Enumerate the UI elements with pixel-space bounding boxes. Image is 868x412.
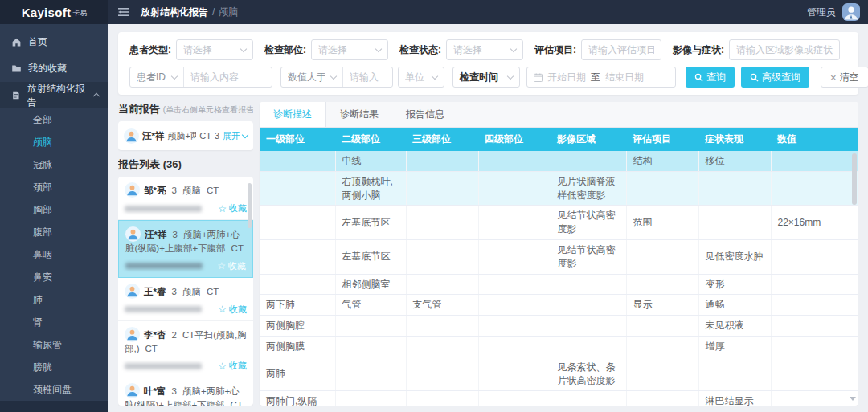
image-symptom-input[interactable]	[736, 44, 833, 55]
exam-parts: CT平扫(颅脑,胸部,)	[125, 330, 247, 353]
sidebar-subitem[interactable]: 冠脉	[0, 153, 108, 176]
user-menu[interactable]: 管理员	[807, 3, 868, 21]
assess-item-input[interactable]	[588, 44, 654, 55]
table-row[interactable]: 相邻侧脑室变形	[260, 274, 858, 295]
report-item-summary: 汪*祥3颅脑+两肺+心脏(纵隔)+上腹部+下腹部CT	[125, 226, 246, 255]
patient-type-select[interactable]: 请选择	[176, 39, 253, 60]
diagnosis-table-wrap: 一级部位二级部位三级部位四级部位影像区域评估项目症状表现数值 中线结构移位右顶颞…	[260, 128, 858, 406]
modality: CT	[231, 243, 244, 253]
sidebar-subitem[interactable]: 胸部	[0, 198, 108, 221]
modality: CT	[207, 287, 219, 296]
content-input[interactable]	[190, 71, 265, 83]
table-row[interactable]: 右顶颞枕叶,两侧小脑见片状脑脊液样低密度影	[260, 171, 858, 206]
sidebar-subitem[interactable]: 鼻窦	[0, 266, 108, 288]
table-row[interactable]: 两肺见条索状、条片状高密度影	[260, 357, 858, 391]
exam-part-select[interactable]: 请选择	[311, 39, 388, 60]
time-field-select[interactable]: 检查时间	[452, 67, 520, 88]
tab-diagnosis-result[interactable]: 诊断结果	[326, 102, 392, 127]
sidebar-subitem[interactable]: 全部	[0, 108, 108, 131]
numeric-compare-select[interactable]: 数值大于	[281, 67, 342, 87]
table-cell	[698, 171, 771, 206]
favorite-button[interactable]: ☆ 收藏	[217, 260, 246, 272]
favorite-label: 收藏	[229, 304, 247, 316]
table-cell	[698, 357, 771, 391]
table-cell	[551, 151, 626, 171]
favorite-button[interactable]: ☆ 收藏	[218, 360, 247, 372]
numeric-input[interactable]	[350, 71, 386, 83]
select-placeholder: 单位	[405, 71, 427, 84]
logo-suffix: 卡易	[72, 8, 87, 18]
current-report-card[interactable]: 汪*祥 颅脑+两肺+心... CT 3 展开	[118, 121, 253, 150]
table-cell	[335, 316, 406, 337]
table-header-row: 一级部位二级部位三级部位四级部位影像区域评估项目症状表现数值	[260, 128, 858, 151]
date-range-picker[interactable]: 开始日期 至 结束日期	[526, 67, 676, 88]
exam-status-select[interactable]: 请选择	[446, 39, 523, 60]
expand-button[interactable]: 展开	[223, 130, 248, 142]
table-cell	[260, 151, 335, 171]
collapse-menu-icon[interactable]	[118, 7, 129, 17]
tab-report-info[interactable]: 报告信息	[392, 102, 458, 127]
patient-avatar-icon	[125, 383, 140, 398]
favorite-button[interactable]: ☆ 收藏	[218, 304, 247, 316]
user-avatar[interactable]	[842, 3, 860, 21]
unit-select[interactable]: 单位	[398, 67, 444, 88]
column-header: 影像区域	[551, 128, 626, 151]
table-cell	[626, 171, 698, 206]
table-scrollbar-thumb[interactable]	[852, 153, 857, 205]
report-list-item[interactable]: 汪*祥3颅脑+两肺+心脏(纵隔)+上腹部+下腹部CT ☆ 收藏	[118, 220, 253, 278]
table-cell	[406, 171, 478, 206]
sidebar-item-home[interactable]: 首页	[0, 29, 108, 55]
table-row[interactable]: 两下肺气管支气管显示通畅	[260, 295, 858, 316]
list-scrollbar-thumb[interactable]	[248, 183, 252, 228]
tab-diagnosis-description[interactable]: 诊断描述	[260, 102, 326, 127]
table-cell	[771, 295, 858, 316]
chevron-down-icon	[171, 72, 178, 79]
report-list-item[interactable]: 王*睿3颅脑CT ☆ 收藏	[118, 278, 253, 321]
report-list-item[interactable]: 李*杳2CT平扫(颅脑,胸部,)CT ☆ 收藏	[118, 321, 253, 378]
table-row[interactable]: 左基底节区见结节状高密度影范围22×16mm	[260, 206, 858, 240]
date-join-label: 至	[591, 71, 600, 84]
table-row[interactable]: 左基底节区见结节状高密度影见低密度水肿	[260, 239, 858, 274]
sidebar-subitem[interactable]: 膀胱	[0, 356, 108, 378]
table-row[interactable]: 两侧胸腔未见积液	[260, 316, 858, 337]
scroll-down-icon[interactable]	[850, 397, 856, 401]
favorite-label: 收藏	[229, 360, 247, 372]
advanced-search-button[interactable]: 高级查询	[741, 67, 809, 88]
report-list-item[interactable]: 叶*富3颅脑+两肺+心脏(纵隔)+上腹部+下腹部CT ☆ 收藏	[118, 377, 253, 406]
table-cell	[626, 336, 698, 357]
search-button[interactable]: 查询	[686, 67, 735, 88]
table-row[interactable]: 中线结构移位	[260, 151, 858, 171]
sidebar-subitem[interactable]: 输尿管	[0, 333, 108, 356]
sidebar-subitem[interactable]: 腹部	[0, 221, 108, 243]
chevron-down-icon	[240, 45, 247, 51]
chevron-down-icon	[375, 45, 382, 51]
modality: CT	[207, 186, 219, 195]
table-cell: 见条索状、条片状高密度影	[551, 357, 626, 391]
sidebar-subitem[interactable]: 颈部	[0, 176, 108, 198]
breadcrumb-root[interactable]: 放射结构化报告	[141, 6, 208, 19]
table-cell: 左基底节区	[335, 239, 406, 274]
table-row[interactable]: 两肺门,纵隔淋巴结显示	[260, 391, 858, 406]
report-item-summary: 李*杳2CT平扫(颅脑,胸部,)CT	[125, 327, 247, 356]
sidebar-subitem[interactable]: 鼻咽	[0, 243, 108, 266]
sidebar-subitem[interactable]: 肾	[0, 311, 108, 333]
breadcrumb: 放射结构化报告 / 颅脑	[141, 6, 238, 19]
content-input-wrap	[183, 67, 272, 87]
table-cell	[260, 171, 335, 206]
table-row[interactable]: 两侧胸膜增厚	[260, 336, 858, 357]
table-cell: 见低密度水肿	[698, 239, 771, 274]
star-icon: ☆	[218, 304, 227, 315]
sidebar-subitem[interactable]: 颈椎间盘	[0, 378, 108, 401]
clear-button[interactable]: × 清空	[821, 67, 868, 88]
sidebar-subitem[interactable]: 肺	[0, 288, 108, 311]
favorite-button[interactable]: ☆ 收藏	[218, 202, 247, 214]
table-cell: 显示	[626, 295, 698, 316]
report-list-title: 报告列表 (36)	[118, 157, 253, 172]
sidebar-item-favorites[interactable]: 我的收藏	[0, 55, 108, 82]
report-list-item[interactable]: 邹*亮3颅脑CT ☆ 收藏	[118, 177, 253, 220]
table-cell: 增厚	[698, 336, 771, 357]
sidebar-section-reports[interactable]: 放射结构化报告	[0, 82, 108, 108]
patient-id-select[interactable]: 患者ID	[130, 67, 183, 87]
sidebar-subitem[interactable]: 颅脑	[0, 131, 108, 153]
advanced-search-button-label: 高级查询	[762, 71, 800, 84]
